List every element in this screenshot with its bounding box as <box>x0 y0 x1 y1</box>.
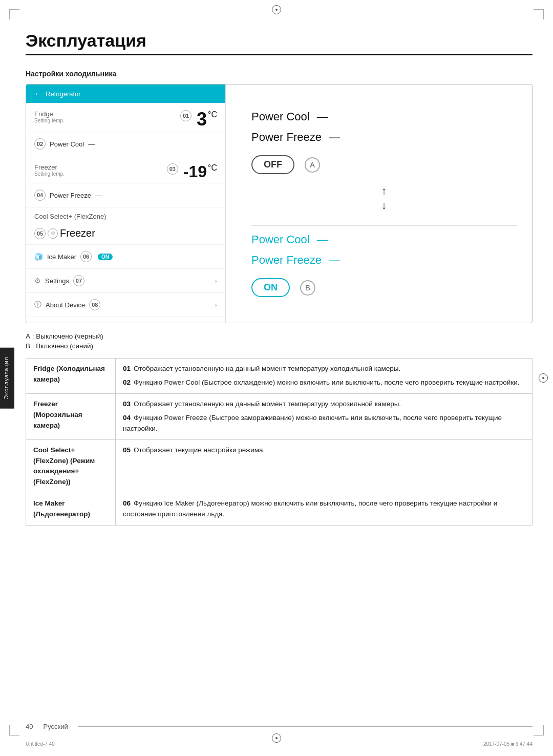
annotation-power-cool-on-dash: — <box>317 233 328 246</box>
fridge-temp-unit: °C <box>208 110 217 119</box>
corner-mark-bl <box>9 725 19 736</box>
annotation-power-cool-label: Power Cool <box>251 110 310 123</box>
target-right-icon <box>539 373 548 383</box>
fridge-label: Fridge <box>34 110 65 118</box>
page-title: Эксплуатация <box>26 31 533 51</box>
note-b: В : Включено (синий) <box>26 342 533 350</box>
state-b-badge: B <box>300 280 315 296</box>
power-freeze-menu-row: 04 Power Freeze — <box>26 183 225 207</box>
about-label: About Device <box>46 301 85 309</box>
annotation-panel: Power Cool — Power Freeze — OFF A ↑ ↓ <box>226 85 532 323</box>
footer-language: Русский <box>43 723 68 730</box>
arrow-down-up-icon: ↑ ↓ <box>251 184 517 212</box>
table-row-ice-maker: Ice Maker (Льдогенератор) 06Функцию Ice … <box>26 493 533 526</box>
title-divider <box>26 54 533 55</box>
table-row-fridge: Fridge (Холодильная камера) 01Отображает… <box>26 359 533 394</box>
phone-panel: ← Refrigerator Fridge Setting temp. 01 3… <box>26 85 226 323</box>
power-freeze-off-row: Power Freeze — <box>251 131 517 144</box>
ice-maker-menu-row: 🧊 Ice Maker 06 ON <box>26 245 225 269</box>
bottom-date-info: 2017-07-05 ■ 6:47:44 <box>483 741 533 747</box>
fridge-desc-cell: 01Отображает установленную на данный мом… <box>116 359 533 394</box>
app-header-title: Refrigerator <box>46 90 81 98</box>
annotation-power-freeze-dash: — <box>329 131 340 144</box>
power-cool-off-row: Power Cool — <box>251 110 517 123</box>
ice-maker-number-badge: 06 <box>80 251 92 262</box>
power-freeze-number-badge: 04 <box>34 190 46 201</box>
fridge-number-badge: 01 <box>180 110 192 121</box>
about-device-menu-row[interactable]: ⓘ About Device 08 › <box>26 293 225 317</box>
annotation-power-cool-on-label: Power Cool <box>251 233 310 246</box>
settings-label: Settings <box>45 277 69 285</box>
section-label: Настройки холодильника <box>26 70 533 78</box>
ice-maker-icon: 🧊 <box>34 253 43 261</box>
freezer-snowflake-icon: ❄ <box>48 228 58 239</box>
settings-gear-icon: ⚙ <box>34 277 41 285</box>
ice-maker-label-cell: Ice Maker (Льдогенератор) <box>26 493 116 526</box>
state-b-block: Power Cool — Power Freeze — ON B <box>251 226 517 307</box>
info-table: Fridge (Холодильная камера) 01Отображает… <box>26 358 533 526</box>
corner-mark-tl <box>9 9 19 19</box>
diagram-container: ← Refrigerator Fridge Setting temp. 01 3… <box>26 84 533 323</box>
power-freeze-dash: — <box>95 192 102 199</box>
annotation-power-freeze-on-dash: — <box>329 254 340 267</box>
page-footer: 40 Русский <box>26 723 533 730</box>
power-cool-number-badge: 02 <box>34 138 46 150</box>
power-cool-on-row: Power Cool — <box>251 233 517 246</box>
on-toggle-button[interactable]: ON <box>251 278 290 297</box>
notes-section: А : Выключено (черный) В : Включено (син… <box>26 332 533 350</box>
flexzone-number-badge: 05 <box>34 228 46 239</box>
freezer-temp-value: -19 <box>183 163 207 180</box>
freezer-sub-label: Setting temp. <box>34 171 65 177</box>
power-cool-menu-row: 02 Power Cool — <box>26 132 225 156</box>
ice-maker-desc-cell: 06Функцию Ice Maker (Льдогенератор) можн… <box>116 493 533 526</box>
power-freeze-on-row: Power Freeze — <box>251 254 517 267</box>
settings-number-badge: 07 <box>73 275 84 286</box>
freezer-number-badge: 03 <box>167 163 178 175</box>
freezer-label: Freezer <box>34 163 65 171</box>
flexzone-mode: Freezer <box>60 227 95 239</box>
power-cool-label: Power Cool <box>50 140 84 148</box>
flexzone-title: Cool Select+ (FlexZone) <box>34 213 107 220</box>
target-top-icon <box>272 5 281 14</box>
about-icon: ⓘ <box>34 300 41 309</box>
ice-maker-label: Ice Maker <box>47 253 76 261</box>
annotation-power-freeze-label: Power Freeze <box>251 131 322 144</box>
about-number-badge: 08 <box>89 299 100 310</box>
freezer-temp: -19 °C <box>183 163 217 180</box>
freezer-menu-row: Freezer Setting temp. 03 -19 °C <box>26 156 225 183</box>
footer-page-number: 40 <box>26 723 33 730</box>
app-header: ← Refrigerator <box>26 85 225 103</box>
side-tab: Эксплуатация <box>0 347 14 408</box>
settings-menu-row[interactable]: ⚙ Settings 07 › <box>26 269 225 293</box>
freezer-info: Freezer Setting temp. <box>34 163 65 177</box>
bottom-bar: Untitled-7 40 2017-07-05 ■ 6:47:44 <box>26 741 533 747</box>
fridge-menu-row: Fridge Setting temp. 01 3 °C <box>26 103 225 132</box>
fridge-sub-label: Setting temp. <box>34 118 65 123</box>
settings-chevron-icon: › <box>215 277 217 285</box>
freezer-desc-cell: 03Отображает установленную на данный мом… <box>116 393 533 439</box>
annotation-power-freeze-on-label: Power Freeze <box>251 254 322 267</box>
off-toggle-button[interactable]: OFF <box>251 155 294 174</box>
power-freeze-label: Power Freeze <box>50 192 91 199</box>
flexzone-menu-row: Cool Select+ (FlexZone) 05 ❄ Freezer <box>26 207 225 245</box>
fridge-label-cell: Fridge (Холодильная камера) <box>26 359 116 394</box>
fridge-temp: 3 °C <box>197 110 217 129</box>
state-a-toggle: OFF A <box>251 155 517 174</box>
power-cool-dash: — <box>88 140 95 148</box>
fridge-temp-value: 3 <box>197 110 207 129</box>
annotation-power-cool-dash: — <box>317 110 328 123</box>
freezer-label-cell: Freezer (Морозильная камера) <box>26 393 116 439</box>
flexzone-label-cell: Cool Select+ (FlexZone) (Режим охлаждени… <box>26 439 116 493</box>
state-b-toggle: ON B <box>251 278 517 297</box>
corner-mark-tr <box>534 9 544 19</box>
state-a-badge: A <box>305 157 320 173</box>
note-a: А : Выключено (черный) <box>26 332 533 340</box>
table-row-freezer: Freezer (Морозильная камера) 03Отображае… <box>26 393 533 439</box>
back-arrow-icon[interactable]: ← <box>34 90 41 98</box>
freezer-temp-unit: °C <box>208 163 217 173</box>
corner-mark-br <box>534 725 544 736</box>
flexzone-value: 05 ❄ Freezer <box>34 227 95 239</box>
about-chevron-icon: › <box>215 301 217 309</box>
bottom-file-info: Untitled-7 40 <box>26 741 55 747</box>
table-row-flexzone: Cool Select+ (FlexZone) (Режим охлаждени… <box>26 439 533 493</box>
